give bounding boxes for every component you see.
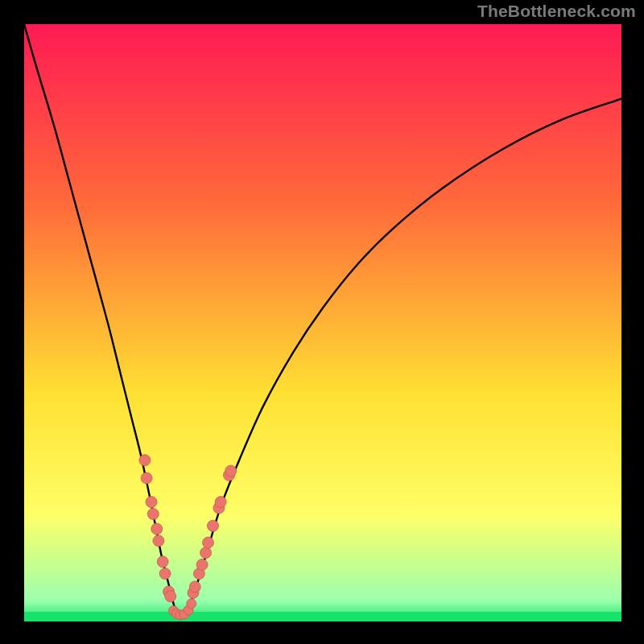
curve-dot [200,547,212,559]
green-bottom-band [24,612,621,621]
plot-background [24,24,621,621]
curve-dot [157,556,168,568]
curve-dot [159,568,171,580]
curve-dot [196,559,208,571]
watermark-text: TheBottleneck.com [477,2,636,21]
curve-dot [147,508,159,519]
curve-dot [146,497,157,508]
curve-dot [139,455,151,466]
curve-dot [165,591,176,602]
curve-dot [189,581,200,592]
curve-dot [151,523,163,535]
plot-svg [24,24,621,621]
curve-dot [203,537,214,548]
curve-dot [187,599,196,609]
curve-dot [153,535,164,547]
curve-dot [207,520,218,531]
curve-dot [225,465,237,477]
curve-dot [215,497,226,508]
plot-frame [24,24,621,621]
curve-dot [141,473,152,484]
